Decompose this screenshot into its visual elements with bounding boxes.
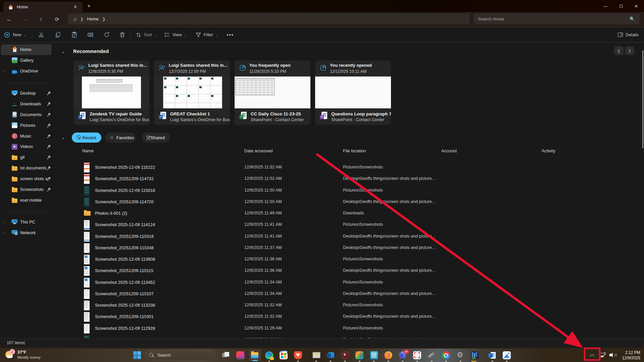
- file-row[interactable]: Screenshot 2025-12-09 113452 12/9/2025 1…: [53, 277, 644, 288]
- card-file-icon: [239, 112, 247, 120]
- breadcrumb[interactable]: Home: [87, 16, 99, 21]
- copy-button[interactable]: [55, 27, 61, 42]
- sidebar-item[interactable]: Home: [1, 44, 52, 55]
- recommended-heading: Recommended: [73, 49, 109, 54]
- sidebar-item[interactable]: Gallery: [1, 55, 52, 66]
- sidebar-item-icon: [12, 133, 17, 139]
- details-button[interactable]: Details: [617, 27, 639, 42]
- sidebar-item-icon: [12, 112, 17, 117]
- file-row[interactable]: Screenshot 2025-12-09 114124 12/9/2025 1…: [53, 219, 644, 230]
- carousel-next-button[interactable]: ❯: [625, 46, 634, 55]
- up-button[interactable]: ↑: [36, 14, 46, 25]
- filter-tab[interactable]: Shared: [142, 133, 170, 143]
- file-row[interactable]: Screenshot_20251209-110301 12/9/2025 11:…: [53, 311, 644, 322]
- expand-chevron-icon[interactable]: ›: [4, 69, 5, 73]
- more-options-button[interactable]: •••: [227, 27, 234, 42]
- volume-icon[interactable]: [609, 352, 615, 358]
- recent-collapse-icon[interactable]: ⌄: [61, 135, 65, 140]
- file-icon: [84, 186, 90, 196]
- file-row[interactable]: Screenshot 2025-12-09 115018 12/9/2025 1…: [53, 185, 644, 196]
- sidebar-item[interactable]: screen shots and: [1, 173, 52, 184]
- file-row[interactable]: Screenshot_20251209-110316 12/9/2025 11:…: [53, 231, 644, 242]
- file-icon: [84, 301, 90, 310]
- back-button[interactable]: ←: [4, 14, 14, 25]
- sidebar-item-icon: [12, 122, 17, 128]
- address-home-icon[interactable]: ⌂: [73, 16, 77, 22]
- sidebar-item[interactable]: Pictures: [1, 120, 52, 131]
- network-icon[interactable]: [600, 352, 606, 358]
- share-button[interactable]: [104, 27, 110, 42]
- recommended-card[interactable]: You frequently open 11/28/2025 5:10 PM C…: [235, 60, 310, 125]
- carousel-prev-button[interactable]: ❮: [614, 46, 624, 55]
- rename-button[interactable]: [87, 27, 94, 42]
- column-header-name[interactable]: Name: [82, 148, 94, 153]
- filter-button[interactable]: Filter⌄: [195, 27, 218, 42]
- new-button[interactable]: New⌄: [4, 27, 26, 42]
- file-row[interactable]: Screenshot 2025-12-09 112928 12/9/2025 1…: [53, 323, 644, 334]
- sidebar-item[interactable]: Screenshots: [1, 184, 52, 195]
- sidebar-item[interactable]: › OneDrive: [1, 66, 52, 76]
- file-row[interactable]: Screenshot_20251209-110248 12/9/2025 11:…: [53, 242, 644, 254]
- cut-button[interactable]: [38, 27, 45, 42]
- column-header-location[interactable]: File location: [343, 148, 366, 153]
- file-row[interactable]: Photos-3-001 (2) 12/9/2025 11:49 AM Down…: [53, 208, 644, 219]
- sidebar-item[interactable]: › Network: [1, 227, 52, 238]
- search-box[interactable]: Search Home 🔍: [473, 13, 640, 24]
- recommended-card[interactable]: Luigi Santos shared this in... 12/7/2025…: [154, 60, 230, 125]
- expand-chevron-icon[interactable]: ›: [4, 220, 5, 224]
- sort-button[interactable]: Sort⌄: [136, 27, 157, 42]
- file-row[interactable]: Screenshot_20251209-110858 12/9/2025 11:…: [53, 334, 644, 338]
- desktop: Home ✕ + — ✕ ← → ↑ ⟳ ⌂ ❯ Home ❯ Search H…: [0, 0, 644, 362]
- file-icon: [84, 278, 90, 288]
- column-header-activity[interactable]: Activity: [542, 148, 555, 153]
- maximize-button[interactable]: [613, 4, 629, 9]
- file-row[interactable]: Screenshot_20251209-114720 12/9/2025 11:…: [53, 196, 644, 208]
- search-icon[interactable]: 🔍: [630, 16, 635, 21]
- recommended-collapse-icon[interactable]: ⌄: [61, 49, 65, 54]
- forward-button[interactable]: →: [20, 14, 31, 25]
- new-tab-button[interactable]: +: [87, 3, 91, 9]
- tab-close-icon[interactable]: ✕: [71, 4, 79, 9]
- delete-button[interactable]: [119, 27, 126, 42]
- filter-tab-icon: [77, 135, 80, 140]
- taskbar-clock[interactable]: 2:12 PM 12/9/2025: [620, 350, 640, 361]
- file-row[interactable]: Screenshot 2025-12-09 115222 12/9/2025 1…: [53, 162, 644, 173]
- pin-icon: [47, 155, 51, 159]
- file-row[interactable]: Screenshot_20251209-110115 12/9/2025 11:…: [53, 265, 644, 276]
- recommended-card[interactable]: You recently opened 12/1/2025 10:11 AM Q…: [315, 60, 391, 125]
- paste-button[interactable]: [71, 27, 78, 42]
- sidebar-item[interactable]: txt documents: [1, 163, 52, 173]
- explorer-tab[interactable]: Home ✕: [3, 2, 83, 12]
- sidebar-item[interactable]: Music: [1, 131, 52, 142]
- recommended-card[interactable]: Luigi Santos shared this in... 12/8/2025…: [73, 60, 149, 125]
- minimize-button[interactable]: —: [598, 4, 613, 9]
- address-bar[interactable]: ⌂ ❯ Home ❯: [68, 13, 470, 24]
- refresh-button[interactable]: ⟳: [52, 14, 62, 25]
- expand-chevron-icon[interactable]: ›: [4, 231, 5, 235]
- view-button[interactable]: View⌄: [164, 27, 187, 42]
- sidebar-item[interactable]: gif: [1, 152, 52, 163]
- navigation-bar: ← → ↑ ⟳ ⌂ ❯ Home ❯ Search Home 🔍: [0, 12, 644, 27]
- file-row[interactable]: Screenshot 2025-12-09 113608 12/9/2025 1…: [53, 254, 644, 265]
- sidebar-item[interactable]: Documents: [1, 109, 52, 120]
- file-icon: [84, 255, 90, 264]
- sidebar-item[interactable]: Desktop: [1, 88, 52, 99]
- sidebar-item[interactable]: Downloads: [1, 99, 52, 109]
- filter-tab[interactable]: Recent: [72, 133, 101, 143]
- sidebar-item[interactable]: › This PC: [1, 217, 52, 227]
- sidebar-item[interactable]: eset mobile: [1, 195, 52, 206]
- pin-icon: [47, 123, 51, 127]
- file-row[interactable]: Screenshot_20251209-114732 12/9/2025 11:…: [53, 173, 644, 185]
- breadcrumb-chevron-icon-2[interactable]: ❯: [103, 17, 105, 21]
- scrollbar[interactable]: [642, 50, 643, 148]
- column-header-account[interactable]: Account: [441, 148, 457, 153]
- sidebar-item[interactable]: Videos: [1, 141, 52, 152]
- items-count: 107 items: [7, 341, 24, 345]
- close-button[interactable]: ✕: [629, 4, 644, 9]
- tray-chevron-up-icon[interactable]: ⌃: [590, 353, 595, 358]
- file-row[interactable]: Screenshot_20251209-110107 12/9/2025 11:…: [53, 288, 644, 300]
- column-header-date[interactable]: Date accessed: [244, 148, 273, 153]
- filter-tab[interactable]: Favorites: [105, 133, 136, 143]
- pin-icon: [47, 177, 51, 181]
- file-row[interactable]: Screenshot 2025-12-09 113238 12/9/2025 1…: [53, 300, 644, 311]
